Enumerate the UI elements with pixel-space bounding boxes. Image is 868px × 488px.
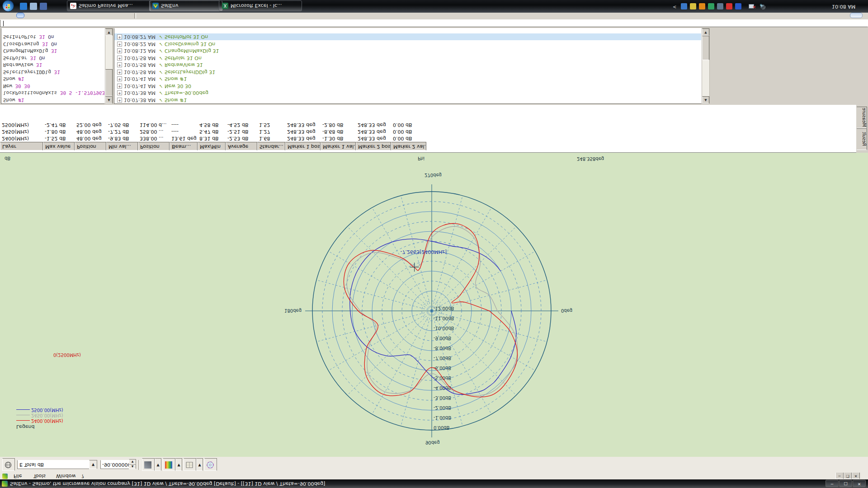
tab-result[interactable]: Result [857, 128, 867, 150]
plot-type-combo[interactable]: E Total dB [17, 460, 91, 469]
network-error-icon[interactable]: ✕ [749, 3, 756, 9]
col-header[interactable]: Max value [43, 142, 75, 150]
scroll-up-icon[interactable]: ▲ [702, 96, 709, 103]
col-header[interactable]: Marker 1 val... [321, 142, 356, 150]
expand-icon[interactable]: + [117, 48, 122, 53]
expand-icon[interactable]: + [117, 90, 122, 95]
colormap-button[interactable] [163, 458, 175, 471]
volume-icon[interactable]: 🔊 [760, 4, 766, 9]
tray-expand-icon[interactable]: < [673, 5, 676, 9]
mdi-close-button[interactable]: ✕ [852, 472, 860, 479]
script-history-panel[interactable]: Show #1 lockPositionOnAxis 30 5 -1.57079… [1, 28, 105, 104]
polar-plot[interactable]: 0.00dB-1.00dB-2.00dB-3.00dB-4.00dB-5.00d… [0, 153, 868, 457]
maximize-button[interactable]: □ [839, 480, 852, 487]
table-view-dropdown[interactable]: ▼ [196, 458, 203, 471]
ring-label: -2.00dB [434, 405, 451, 410]
col-header[interactable]: Max/Min [198, 142, 226, 150]
log-row[interactable]: +10:08:22 AM✓CloseDrawing 31 On [114, 41, 701, 48]
spinner-arrows[interactable]: ▲ ▼ [129, 461, 135, 469]
internet-explorer-icon[interactable] [20, 3, 27, 10]
table-view-button[interactable] [184, 458, 196, 471]
mdi-restore-button[interactable]: ❐ [844, 472, 852, 479]
minimize-button[interactable]: ─ [826, 480, 839, 487]
combo-dropdown-arrow[interactable]: ▼ [89, 460, 97, 469]
expand-icon[interactable]: + [117, 34, 122, 39]
command-log-panel[interactable]: +10:07:38 AM✓Show #1+10:07:38 AM✓Theta=-… [114, 28, 702, 104]
script-scrollbar[interactable]: ▲ ▼ [105, 28, 113, 104]
expand-icon[interactable]: + [117, 98, 122, 103]
zoom-badge [850, 13, 863, 18]
col-header[interactable]: Layer [0, 142, 43, 150]
spin-down-icon[interactable]: ▼ [129, 459, 136, 464]
start-button[interactable] [2, 0, 14, 12]
mdi-child-icon[interactable] [2, 474, 8, 479]
check-icon: ✓ [157, 69, 165, 75]
col-header[interactable]: Position [138, 142, 170, 150]
col-header[interactable]: Standar... [257, 142, 285, 150]
log-row[interactable]: +10:07:41 AM✓Show #1 [114, 75, 701, 83]
col-header[interactable]: Position [75, 142, 106, 150]
col-header[interactable]: Average [226, 142, 257, 150]
globe-button[interactable] [2, 458, 15, 471]
table-row[interactable]: 2500(MHz) -2.47 dB 52.00 deg -7.05 dB 11… [0, 122, 426, 128]
scroll-up-icon[interactable]: ▲ [105, 96, 113, 103]
spin-up-icon[interactable]: ▲ [129, 464, 136, 469]
taskbar-clock[interactable]: 10:08 AM [832, 4, 855, 9]
expand-icon[interactable]: + [117, 62, 122, 67]
expand-icon[interactable]: + [117, 42, 122, 47]
log-row[interactable]: +10:07:58 AM✓SelectLayerIDDlg 31 [114, 69, 701, 76]
log-row[interactable]: +10:07:58 AM✓RedrawView 31 [114, 61, 701, 69]
expand-icon[interactable]: + [117, 84, 122, 89]
table-row[interactable]: 2400(MHz) -1.52 dB 48.00 deg -9.83 dB 33… [0, 135, 426, 142]
col-header[interactable]: Marker 2 pos [356, 142, 391, 150]
col-header[interactable]: Marker 2 val... [391, 142, 426, 150]
wrench-tray-icon[interactable] [681, 3, 687, 9]
mdi-minimize-button[interactable]: ─ [835, 472, 844, 479]
menu-file[interactable]: File [13, 473, 23, 479]
log-row[interactable]: +10:08:12 AM✓ChangeMinMaxDlg 31 [114, 47, 701, 55]
log-scrollbar[interactable]: ▲ ▼ [702, 28, 710, 104]
cell: -2.51 dB [226, 128, 257, 135]
task-button-antenna[interactable]: Satimo Passive Mea... [67, 0, 151, 11]
surface-plot-dropdown[interactable]: ▼ [155, 458, 161, 471]
alert-tray-icon[interactable] [699, 3, 705, 9]
close-button[interactable]: ✕ [853, 480, 866, 487]
menu-tools[interactable]: Tools [33, 473, 47, 479]
tab-measure[interactable]: Measure [857, 107, 867, 128]
binoculars-tray-icon[interactable] [717, 3, 723, 9]
expand-icon[interactable]: + [117, 56, 122, 61]
log-row[interactable]: +10:07:38 AM✓Show #1 [114, 97, 701, 104]
show-desktop-icon[interactable] [30, 3, 37, 10]
theta-spinner[interactable]: -90.000000 [100, 460, 131, 469]
log-row[interactable]: +10:07:41 AM✓New 30 30 [114, 83, 701, 90]
log-row[interactable]: +10:07:38 AM✓Theta=-90.00deg [114, 89, 701, 97]
task-button-excel[interactable]: XMicrosoft Excel - Ic... [219, 0, 302, 11]
expand-icon[interactable]: + [117, 70, 122, 75]
legend-entry: 2450.00(MHz) [16, 413, 63, 418]
legend-label: 2500.00(MHz) [31, 407, 63, 413]
io-device-tray-icon[interactable] [735, 3, 741, 9]
command-input[interactable] [0, 19, 868, 27]
scroll-thumb[interactable] [105, 69, 113, 96]
col-header[interactable]: Beam... [170, 142, 198, 150]
scroll-down-icon[interactable]: ▼ [702, 28, 709, 36]
menu-help[interactable]: ? [80, 473, 85, 479]
expand-icon[interactable]: + [117, 76, 122, 81]
log-row[interactable]: +10:08:27 AM✓SetInfoPlot 31 On [114, 33, 701, 41]
menu-window[interactable]: Window [55, 473, 76, 479]
col-header[interactable]: Min val... [106, 142, 138, 150]
surface-plot-button[interactable] [142, 458, 155, 471]
colormap-dropdown[interactable]: ▼ [175, 458, 182, 471]
scroll-down-icon[interactable]: ▼ [105, 28, 113, 36]
col-header[interactable]: Marker 1 pos [285, 142, 321, 150]
script-line: SetInfoPlot 31 On [1, 33, 104, 41]
folder-tray-icon[interactable] [690, 3, 696, 9]
error-ball-tray-icon[interactable] [726, 3, 732, 9]
task-button-satenv[interactable]: SatEnv [149, 0, 222, 11]
green-tool-tray-icon[interactable] [708, 3, 714, 9]
disc-button[interactable] [204, 458, 217, 471]
window-switcher-icon[interactable] [40, 3, 47, 10]
scroll-thumb[interactable] [702, 36, 709, 60]
log-row[interactable]: +10:07:58 AM✓SetPolar 31 On [114, 55, 701, 62]
table-row[interactable]: 2450(MHz) -1.80 dB 48.00 deg -7.27 dB 25… [0, 128, 426, 135]
